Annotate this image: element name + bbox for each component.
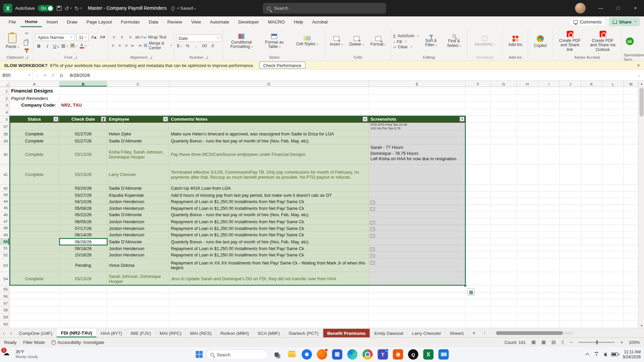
grid-cell[interactable] bbox=[107, 307, 169, 314]
taskview-icon[interactable] bbox=[271, 349, 282, 360]
grid-cell[interactable] bbox=[624, 307, 638, 314]
grid-cell[interactable] bbox=[581, 87, 603, 95]
grid-cell[interactable] bbox=[466, 245, 491, 252]
grid-cell[interactable]: Jordon Henderson bbox=[107, 245, 169, 252]
grid-cell[interactable] bbox=[9, 258, 59, 272]
next-sheet-icon[interactable]: › bbox=[7, 330, 15, 336]
grid-cell[interactable] bbox=[517, 137, 538, 144]
merge-center-button[interactable]: Merge & Center bbox=[144, 42, 172, 49]
grid-cell[interactable] bbox=[602, 314, 624, 321]
ribbon-tab-macro[interactable]: MACRO bbox=[263, 16, 289, 27]
grid-cell[interactable] bbox=[538, 320, 560, 327]
decrease-indent-icon[interactable]: ⇤ bbox=[130, 43, 136, 48]
grid-cell[interactable] bbox=[602, 225, 624, 232]
battery-icon[interactable] bbox=[611, 353, 618, 356]
grid-cell[interactable]: Complete bbox=[9, 137, 59, 144]
grid-cell[interactable] bbox=[602, 238, 624, 245]
grid-cell[interactable] bbox=[581, 205, 603, 212]
grid-cell[interactable] bbox=[538, 314, 560, 321]
grid-cell[interactable] bbox=[466, 212, 491, 219]
minimize-button[interactable]: — bbox=[592, 0, 609, 16]
grid-cell[interactable] bbox=[602, 245, 624, 252]
pin-icon[interactable] bbox=[171, 7, 174, 10]
grid-cell[interactable]: Complete bbox=[9, 165, 59, 185]
align-center-icon[interactable]: ≡ bbox=[117, 43, 122, 48]
vertical-scroll-thumb[interactable] bbox=[640, 88, 644, 117]
ribbon-tab-view[interactable]: View bbox=[186, 16, 205, 27]
grid-cell[interactable] bbox=[107, 293, 169, 300]
grid-cell[interactable] bbox=[517, 144, 538, 165]
grid-cell[interactable] bbox=[369, 165, 466, 185]
grid-cell[interactable] bbox=[581, 198, 603, 205]
grid-cell[interactable] bbox=[107, 286, 169, 293]
sheet-options-icon[interactable]: ⋮ bbox=[479, 330, 490, 336]
column-header-K[interactable]: K bbox=[581, 81, 603, 87]
grid-cell[interactable] bbox=[9, 252, 59, 259]
grid-cell[interactable] bbox=[581, 238, 603, 245]
grid-cell[interactable] bbox=[369, 314, 466, 321]
row-header-41[interactable]: 41 bbox=[0, 165, 9, 185]
grid-cell[interactable]: Terminated effective 3/1/26, Commission/… bbox=[169, 165, 369, 185]
weather-widget[interactable]: ☁1 35°FMostly cloudy bbox=[3, 350, 38, 359]
grid-cell[interactable] bbox=[602, 320, 624, 327]
grid-cell[interactable]: 04/10/26 bbox=[60, 198, 107, 205]
sheet-tab-rizikon-m9h-[interactable]: Rizikon (M9H) bbox=[216, 329, 253, 338]
grid-cell[interactable] bbox=[581, 225, 603, 232]
grid-cell[interactable] bbox=[538, 286, 560, 293]
format-as-table-button[interactable]: Format as Table bbox=[259, 33, 290, 50]
grid-cell[interactable] bbox=[491, 272, 517, 286]
grid-cell[interactable] bbox=[560, 225, 581, 232]
grid-cell[interactable] bbox=[538, 102, 560, 109]
edge-icon[interactable] bbox=[347, 349, 358, 360]
grid-cell[interactable] bbox=[581, 245, 603, 252]
grid-cell[interactable] bbox=[60, 123, 107, 130]
grid-cell[interactable] bbox=[581, 192, 603, 198]
align-middle-icon[interactable]: ≡ bbox=[119, 35, 125, 39]
grid-cell[interactable]: Jordon Henderson bbox=[107, 218, 169, 225]
grid-cell[interactable] bbox=[369, 205, 466, 212]
grid-cell[interactable] bbox=[491, 130, 517, 137]
grid-cell[interactable] bbox=[602, 95, 624, 102]
format-painter-icon[interactable] bbox=[22, 46, 31, 53]
grid-cell[interactable] bbox=[466, 252, 491, 259]
grid-cell[interactable] bbox=[581, 286, 603, 293]
table-view-icon[interactable]: ▦ bbox=[531, 340, 536, 345]
app-orange-icon[interactable] bbox=[393, 349, 403, 360]
grid-cell[interactable] bbox=[491, 307, 517, 314]
grid-cell[interactable] bbox=[491, 95, 517, 102]
grid-cell[interactable]: Repayment of Loan in XX.XX Installments … bbox=[169, 258, 369, 272]
row-header-5[interactable]: 5 bbox=[0, 116, 9, 123]
page-layout-view-icon[interactable]: ▤ bbox=[551, 340, 556, 345]
grid-cell[interactable] bbox=[60, 320, 107, 327]
grid-cell[interactable] bbox=[538, 137, 560, 144]
create-pdf-share-link-button[interactable]: Create PDF and Share link bbox=[555, 31, 585, 52]
grid-cell[interactable] bbox=[581, 218, 603, 225]
grid-cell[interactable] bbox=[517, 307, 538, 314]
row-header-48[interactable]: 48 bbox=[0, 225, 9, 232]
grid-cell[interactable] bbox=[107, 314, 169, 321]
tray-chevron-icon[interactable] bbox=[585, 353, 589, 357]
grid-cell[interactable]: Sarah Johnson, Dominique Hooper bbox=[107, 272, 169, 286]
ribbon-tab-home[interactable]: Home bbox=[20, 16, 42, 27]
grid-cell[interactable] bbox=[491, 258, 517, 272]
grid-cell[interactable] bbox=[369, 137, 466, 144]
row-header-44[interactable]: 44 bbox=[0, 198, 9, 205]
grid-cell[interactable] bbox=[466, 198, 491, 205]
find-select-button[interactable]: Find & Select bbox=[443, 34, 465, 49]
grid-cell[interactable] bbox=[538, 185, 560, 192]
grid-cell[interactable]: Repayment of Loan in $1,250.00 Installme… bbox=[169, 232, 369, 239]
taskbar-search[interactable]: Search bbox=[206, 349, 268, 360]
screenshot-thumbnail[interactable] bbox=[370, 207, 375, 211]
grid-cell[interactable] bbox=[517, 300, 538, 307]
grid-cell[interactable]: 05/22/26 bbox=[60, 212, 107, 219]
start-button[interactable] bbox=[195, 351, 203, 358]
align-bottom-icon[interactable]: ≡ bbox=[127, 35, 133, 39]
select-all-corner[interactable] bbox=[0, 81, 9, 87]
row-header-40[interactable]: 40 bbox=[0, 144, 9, 165]
grid-cell[interactable] bbox=[9, 245, 59, 252]
copy-icon[interactable] bbox=[22, 38, 31, 45]
filter-dropdown-icon[interactable]: ▼ bbox=[363, 117, 368, 122]
grid-cell[interactable] bbox=[581, 165, 603, 185]
grid-cell[interactable] bbox=[602, 109, 624, 116]
grid-cell[interactable] bbox=[602, 198, 624, 205]
